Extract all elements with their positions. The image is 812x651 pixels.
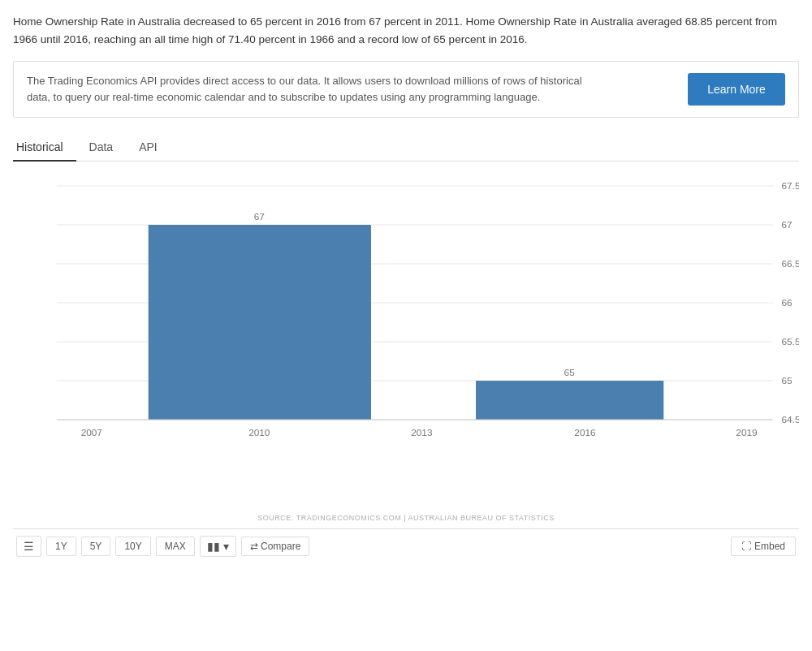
svg-text:2013: 2013: [411, 429, 432, 438]
svg-text:2019: 2019: [736, 429, 757, 438]
5y-button[interactable]: 5Y: [81, 537, 111, 556]
toolbar-left: ☰ 1Y 5Y 10Y MAX ▮▮ ▾ ⇄ Compare: [16, 536, 309, 557]
svg-text:65: 65: [564, 369, 575, 378]
tab-data[interactable]: Data: [76, 134, 127, 162]
hamburger-button[interactable]: ☰: [16, 536, 41, 557]
api-banner: The Trading Economics API provides direc…: [13, 61, 799, 118]
svg-text:2007: 2007: [81, 429, 102, 438]
tab-historical[interactable]: Historical: [13, 134, 76, 162]
description-paragraph: Home Ownership Rate in Australia decreas…: [13, 13, 799, 48]
compare-icon: ⇄: [250, 541, 258, 552]
chart-source: SOURCE: TRADINGECONOMICS.COM | AUSTRALIA…: [13, 514, 799, 522]
tab-api[interactable]: API: [126, 134, 171, 162]
bar-2010: [149, 225, 371, 420]
learn-more-button[interactable]: Learn More: [688, 73, 785, 106]
chart-area: 67 65 2007 2010 2013 2016 2019 67.5 67 6…: [13, 170, 799, 511]
svg-text:66: 66: [781, 299, 792, 308]
svg-text:2010: 2010: [248, 429, 270, 438]
svg-text:67: 67: [781, 221, 792, 231]
svg-text:2016: 2016: [574, 429, 595, 438]
api-banner-text: The Trading Economics API provides direc…: [27, 73, 595, 106]
embed-label: Embed: [754, 541, 785, 552]
embed-icon: ⛶: [741, 541, 751, 552]
svg-text:65: 65: [781, 377, 792, 386]
compare-label: Compare: [261, 541, 300, 552]
tabs-container: Historical Data API: [13, 134, 799, 162]
svg-text:67: 67: [254, 213, 265, 222]
embed-button[interactable]: ⛶ Embed: [731, 537, 796, 556]
toolbar: ☰ 1Y 5Y 10Y MAX ▮▮ ▾ ⇄ Compare ⛶ Embed: [13, 528, 799, 563]
10y-button[interactable]: 10Y: [115, 537, 150, 556]
1y-button[interactable]: 1Y: [46, 537, 76, 556]
svg-text:65.5: 65.5: [781, 338, 799, 347]
compare-button[interactable]: ⇄ Compare: [241, 537, 310, 556]
bar-2016: [476, 381, 663, 420]
svg-text:66.5: 66.5: [781, 260, 799, 269]
svg-text:67.5: 67.5: [781, 182, 799, 192]
max-button[interactable]: MAX: [156, 537, 195, 556]
chart-container: 67 65 2007 2010 2013 2016 2019 67.5 67 6…: [13, 162, 799, 522]
chart-type-button[interactable]: ▮▮ ▾: [200, 536, 236, 557]
chart-svg: 67 65 2007 2010 2013 2016 2019 67.5 67 6…: [13, 170, 799, 511]
svg-text:64.5: 64.5: [781, 416, 799, 425]
